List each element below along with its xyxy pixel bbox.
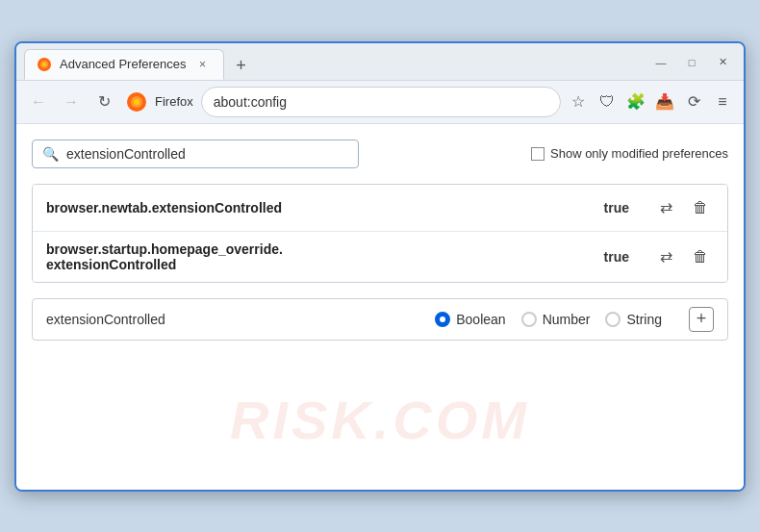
number-radio[interactable]: Number bbox=[521, 312, 591, 327]
toggle-button-1[interactable]: ⇄ bbox=[652, 194, 679, 221]
string-radio[interactable]: String bbox=[605, 312, 662, 327]
nav-bar: ← → ↻ Firefox about:config ☆ 🛡 🧩 📥 ⟳ ≡ bbox=[16, 81, 744, 124]
pref-value-2: true bbox=[604, 249, 629, 265]
nav-icons: ☆ 🛡 🧩 📥 ⟳ ≡ bbox=[565, 89, 736, 115]
results-table: browser.newtab.extensionControlled true … bbox=[32, 184, 728, 283]
show-modified-label: Show only modified preferences bbox=[550, 146, 728, 161]
menu-icon[interactable]: ≡ bbox=[709, 89, 736, 115]
type-radio-group: Boolean Number String bbox=[435, 312, 662, 327]
tab-close-button[interactable]: × bbox=[194, 56, 212, 73]
boolean-radio-circle bbox=[435, 312, 450, 327]
title-bar: Advanced Preferences × + — □ ✕ bbox=[16, 43, 744, 81]
new-pref-name: extensionControlled bbox=[46, 312, 165, 327]
row-actions-1: ⇄ 🗑 bbox=[652, 194, 714, 221]
number-label: Number bbox=[543, 312, 591, 327]
content-area: RISK.COM 🔍 Show only modified preference… bbox=[16, 124, 744, 490]
row-actions-2: ⇄ 🗑 bbox=[652, 243, 714, 270]
download-icon[interactable]: 📥 bbox=[651, 89, 678, 115]
minimize-button[interactable]: — bbox=[647, 52, 674, 73]
svg-point-5 bbox=[134, 99, 139, 105]
search-row: 🔍 Show only modified preferences bbox=[32, 139, 728, 168]
tab-title: Advanced Preferences bbox=[60, 57, 187, 71]
svg-point-2 bbox=[42, 63, 46, 66]
close-button[interactable]: ✕ bbox=[709, 52, 736, 73]
show-modified-checkbox-row[interactable]: Show only modified preferences bbox=[531, 146, 728, 161]
bookmark-icon[interactable]: ☆ bbox=[565, 89, 592, 115]
forward-button[interactable]: → bbox=[57, 88, 86, 116]
browser-window: Advanced Preferences × + — □ ✕ ← → ↻ Fir… bbox=[14, 41, 746, 492]
pref-name-1: browser.newtab.extensionControlled bbox=[46, 200, 604, 215]
tab-area: Advanced Preferences × + bbox=[24, 49, 640, 80]
history-icon[interactable]: ⟳ bbox=[680, 89, 707, 115]
string-radio-circle bbox=[605, 312, 621, 327]
firefox-logo-icon bbox=[126, 91, 147, 113]
toggle-button-2[interactable]: ⇄ bbox=[652, 243, 679, 270]
show-modified-checkbox[interactable] bbox=[531, 147, 545, 161]
maximize-button[interactable]: □ bbox=[678, 52, 705, 73]
back-button[interactable]: ← bbox=[24, 88, 53, 116]
window-controls: — □ ✕ bbox=[647, 52, 736, 77]
add-pref-button[interactable]: + bbox=[689, 307, 714, 332]
pref-name-2: browser.startup.homepage_override. exten… bbox=[46, 241, 604, 272]
boolean-radio[interactable]: Boolean bbox=[435, 312, 505, 327]
browser-name-label: Firefox bbox=[155, 94, 193, 109]
pref-value-1: true bbox=[604, 200, 629, 215]
boolean-label: Boolean bbox=[456, 312, 505, 327]
shield-icon[interactable]: 🛡 bbox=[594, 89, 621, 115]
address-bar[interactable]: about:config bbox=[201, 87, 561, 117]
string-label: String bbox=[626, 312, 662, 327]
number-radio-circle bbox=[521, 312, 537, 327]
delete-button-1[interactable]: 🗑 bbox=[687, 194, 714, 221]
reload-button[interactable]: ↻ bbox=[89, 88, 118, 116]
search-icon: 🔍 bbox=[42, 146, 59, 162]
delete-button-2[interactable]: 🗑 bbox=[687, 243, 714, 270]
extension-icon[interactable]: 🧩 bbox=[622, 89, 649, 115]
add-pref-row: extensionControlled Boolean Number Strin… bbox=[32, 298, 728, 341]
table-row: browser.startup.homepage_override. exten… bbox=[33, 232, 727, 282]
search-input[interactable] bbox=[66, 146, 348, 162]
tab-favicon-icon bbox=[37, 57, 52, 72]
url-text: about:config bbox=[214, 94, 287, 110]
table-row: browser.newtab.extensionControlled true … bbox=[33, 185, 727, 232]
watermark: RISK.COM bbox=[230, 389, 530, 451]
new-tab-button[interactable]: + bbox=[228, 53, 255, 80]
search-box: 🔍 bbox=[32, 139, 359, 168]
browser-tab[interactable]: Advanced Preferences × bbox=[24, 49, 224, 80]
